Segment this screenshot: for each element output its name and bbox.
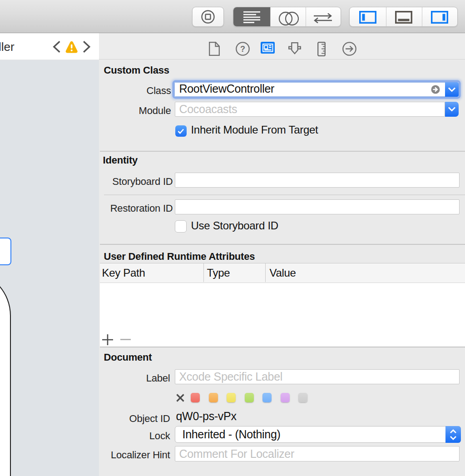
svg-text:?: ? [240,45,245,54]
